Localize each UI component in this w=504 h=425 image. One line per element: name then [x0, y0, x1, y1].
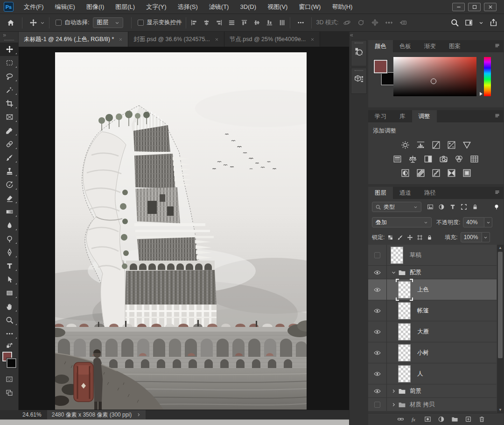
hue-slider-marker[interactable]: [480, 92, 483, 96]
invert-button[interactable]: [399, 167, 411, 178]
menu-item-8[interactable]: 视图(V): [262, 0, 293, 14]
close-button[interactable]: [484, 3, 497, 11]
gradient-map-button[interactable]: [446, 167, 457, 178]
exposure-button[interactable]: [446, 139, 457, 150]
brush-tool[interactable]: [0, 151, 19, 164]
lock-artboard-button[interactable]: [417, 234, 423, 241]
color-balance-button[interactable]: [407, 153, 419, 164]
color-tab-色板[interactable]: 色板: [393, 40, 418, 52]
hand-tool[interactable]: [0, 300, 19, 313]
visibility-toggle[interactable]: [368, 266, 387, 279]
document-tab-3[interactable]: 节点.psd @ 25% (f6e4009e...: [224, 32, 320, 47]
distribute-h-button[interactable]: [228, 19, 235, 26]
toolbar-grip[interactable]: [4, 40, 14, 41]
auto-select-checkbox[interactable]: [56, 20, 62, 26]
history-brush-tool[interactable]: [0, 178, 19, 191]
visibility-toggle[interactable]: [368, 398, 387, 411]
minimize-button[interactable]: [452, 3, 465, 11]
canvas-pasteboard[interactable]: [19, 47, 349, 410]
layer-thumbnail[interactable]: [398, 281, 411, 298]
mask-button[interactable]: [424, 416, 431, 423]
zoom-tool[interactable]: [0, 313, 19, 327]
maximize-button[interactable]: [468, 3, 481, 11]
visibility-toggle[interactable]: [368, 245, 387, 265]
document-tab-2[interactable]: 封面.psd @ 36.6% (324575...: [128, 32, 224, 47]
auto-select-target-dropdown[interactable]: 图层: [93, 17, 123, 28]
pan-3d-button[interactable]: [371, 19, 379, 27]
default-swap-colors-icon[interactable]: [0, 341, 19, 350]
expand-toolbar-button[interactable]: [0, 32, 18, 39]
search-button[interactable]: [451, 19, 459, 27]
fill-dropdown-button[interactable]: [482, 232, 490, 242]
dodge-tool[interactable]: [0, 232, 19, 246]
layers-tab-图层[interactable]: 图层: [368, 187, 393, 199]
color-lookup-button[interactable]: [469, 153, 480, 164]
selective-color-button[interactable]: [461, 167, 472, 178]
adjustment-button[interactable]: [438, 416, 445, 423]
layer-row-前景[interactable]: 前景: [368, 384, 497, 398]
smart-filter-button[interactable]: [472, 204, 478, 210]
threshold-button[interactable]: [430, 167, 441, 178]
hue-slider[interactable]: [484, 57, 491, 96]
roll-3d-button[interactable]: [357, 19, 365, 27]
adjustments-panel-menu-icon[interactable]: [494, 113, 500, 119]
new-layer-button[interactable]: [465, 416, 472, 423]
layer-row-人[interactable]: 人: [368, 363, 497, 384]
align-center-h-button[interactable]: [203, 19, 210, 26]
workspace-button[interactable]: [465, 19, 473, 27]
layers-tab-路径[interactable]: 路径: [418, 187, 442, 199]
close-tab-icon[interactable]: [119, 37, 123, 42]
visibility-toggle[interactable]: [368, 279, 387, 300]
close-tab-icon[interactable]: [310, 37, 315, 42]
color-tab-图案[interactable]: 图案: [442, 40, 467, 52]
lock-transparent-button[interactable]: [387, 234, 393, 241]
frame-tool[interactable]: [0, 110, 19, 124]
align-top-button[interactable]: [241, 19, 248, 26]
lock-all-button[interactable]: [427, 234, 433, 241]
layer-row-草稿[interactable]: 草稿: [368, 245, 497, 266]
chevron-right-icon[interactable]: [391, 389, 396, 394]
type-filter-button[interactable]: [449, 204, 456, 210]
layer-row-小树[interactable]: 小树: [368, 342, 497, 363]
filter-toggle-button[interactable]: [493, 204, 500, 210]
menu-item-9[interactable]: 窗口(W): [293, 0, 326, 14]
tool-preset-caret[interactable]: [40, 21, 45, 25]
fx-button[interactable]: fx: [411, 416, 418, 423]
rectangle-tool[interactable]: [0, 286, 19, 300]
hue-saturation-button[interactable]: [392, 153, 403, 164]
edit-toolbar[interactable]: [0, 327, 19, 340]
collapse-panels-button[interactable]: [350, 32, 368, 39]
3d-panel-tab[interactable]: [351, 68, 367, 94]
color-cursor[interactable]: [431, 78, 436, 84]
distribute-v-button[interactable]: [279, 19, 286, 26]
layer-row-配景[interactable]: 配景: [368, 266, 497, 279]
adjustments-tab-调整[interactable]: 调整: [412, 110, 437, 122]
folder-button[interactable]: [451, 416, 458, 423]
menu-item-10[interactable]: 帮助(H): [326, 0, 358, 14]
chevron-right-icon[interactable]: [391, 402, 396, 407]
blend-mode-dropdown[interactable]: 叠加: [372, 217, 432, 227]
delete-button[interactable]: [478, 416, 485, 423]
healing-brush-tool[interactable]: [0, 137, 19, 151]
layers-panel-menu-icon[interactable]: [494, 189, 500, 195]
scrollbar-thumb[interactable]: [498, 252, 503, 358]
opacity-dropdown-button[interactable]: [484, 217, 492, 227]
adjustment-filter-button[interactable]: [438, 204, 445, 210]
align-center-v-button[interactable]: [253, 19, 260, 26]
background-color-swatch[interactable]: [381, 72, 394, 85]
orbit-3d-button[interactable]: [343, 19, 351, 27]
layer-thumbnail[interactable]: [398, 323, 411, 340]
scroll-down-arrow[interactable]: ▼: [497, 407, 504, 413]
posterize-button[interactable]: [415, 167, 426, 178]
document-canvas[interactable]: [55, 52, 307, 410]
show-transform-checkbox[interactable]: [138, 20, 144, 26]
move-tool[interactable]: [0, 42, 19, 56]
lock-move-button[interactable]: [407, 234, 413, 241]
eraser-tool[interactable]: [0, 191, 19, 205]
marquee-tool[interactable]: [0, 56, 19, 70]
filter-type-dropdown[interactable]: 类型: [372, 202, 421, 212]
menu-item-2[interactable]: 图像(I): [81, 0, 110, 14]
blur-tool[interactable]: [0, 219, 19, 232]
screen-mode-button[interactable]: [0, 386, 19, 399]
adjustments-tab-学习[interactable]: 学习: [368, 110, 393, 122]
